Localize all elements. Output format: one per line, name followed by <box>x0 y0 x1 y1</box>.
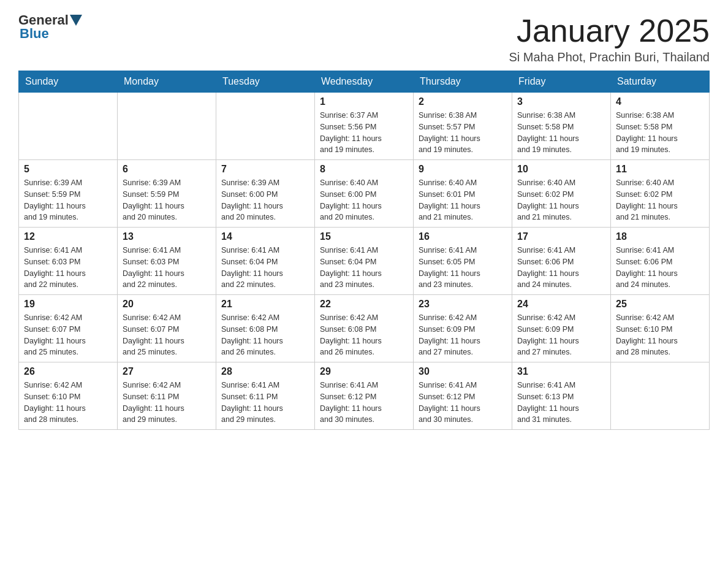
day-number: 27 <box>123 366 211 377</box>
day-number: 9 <box>419 164 507 175</box>
calendar-cell: 5Sunrise: 6:39 AMSunset: 5:59 PMDaylight… <box>19 160 118 228</box>
day-info: Sunrise: 6:40 AMSunset: 6:02 PMDaylight:… <box>517 177 605 223</box>
calendar-cell: 17Sunrise: 6:41 AMSunset: 6:06 PMDayligh… <box>512 228 611 295</box>
day-number: 19 <box>24 299 112 310</box>
logo: General Blue <box>18 12 83 42</box>
calendar-day-header-friday: Friday <box>512 71 611 93</box>
day-number: 5 <box>24 164 112 175</box>
calendar-table: SundayMondayTuesdayWednesdayThursdayFrid… <box>18 71 710 430</box>
day-info: Sunrise: 6:42 AMSunset: 6:07 PMDaylight:… <box>123 312 211 358</box>
day-info: Sunrise: 6:42 AMSunset: 6:10 PMDaylight:… <box>616 312 704 358</box>
day-info: Sunrise: 6:42 AMSunset: 6:09 PMDaylight:… <box>419 312 507 358</box>
calendar-cell: 14Sunrise: 6:41 AMSunset: 6:04 PMDayligh… <box>216 228 315 295</box>
day-number: 7 <box>221 164 309 175</box>
month-title: January 2025 <box>509 12 710 49</box>
day-number: 6 <box>123 164 211 175</box>
calendar-day-header-saturday: Saturday <box>611 71 710 93</box>
calendar-cell: 21Sunrise: 6:42 AMSunset: 6:08 PMDayligh… <box>216 295 315 362</box>
calendar-cell: 4Sunrise: 6:38 AMSunset: 5:58 PMDaylight… <box>611 93 710 160</box>
calendar-day-header-sunday: Sunday <box>19 71 118 93</box>
calendar-day-header-thursday: Thursday <box>414 71 512 93</box>
day-number: 13 <box>123 231 211 242</box>
calendar-week-row: 12Sunrise: 6:41 AMSunset: 6:03 PMDayligh… <box>19 228 710 295</box>
calendar-cell: 9Sunrise: 6:40 AMSunset: 6:01 PMDaylight… <box>414 160 512 228</box>
day-info: Sunrise: 6:40 AMSunset: 6:01 PMDaylight:… <box>419 177 507 223</box>
day-info: Sunrise: 6:41 AMSunset: 6:04 PMDaylight:… <box>320 245 408 291</box>
day-number: 31 <box>517 366 605 377</box>
day-info: Sunrise: 6:41 AMSunset: 6:13 PMDaylight:… <box>517 380 605 426</box>
calendar-cell: 8Sunrise: 6:40 AMSunset: 6:00 PMDaylight… <box>315 160 414 228</box>
page-header: General Blue January 2025 Si Maha Phot, … <box>18 12 710 64</box>
day-info: Sunrise: 6:41 AMSunset: 6:05 PMDaylight:… <box>419 245 507 291</box>
calendar-cell <box>611 362 710 430</box>
calendar-day-header-tuesday: Tuesday <box>216 71 315 93</box>
day-info: Sunrise: 6:40 AMSunset: 6:00 PMDaylight:… <box>320 177 408 223</box>
calendar-week-row: 5Sunrise: 6:39 AMSunset: 5:59 PMDaylight… <box>19 160 710 228</box>
day-number: 18 <box>616 231 704 242</box>
calendar-cell: 27Sunrise: 6:42 AMSunset: 6:11 PMDayligh… <box>118 362 216 430</box>
day-info: Sunrise: 6:40 AMSunset: 6:02 PMDaylight:… <box>616 177 704 223</box>
day-number: 23 <box>419 299 507 310</box>
day-info: Sunrise: 6:42 AMSunset: 6:08 PMDaylight:… <box>221 312 309 358</box>
day-number: 10 <box>517 164 605 175</box>
calendar-cell: 10Sunrise: 6:40 AMSunset: 6:02 PMDayligh… <box>512 160 611 228</box>
calendar-cell: 31Sunrise: 6:41 AMSunset: 6:13 PMDayligh… <box>512 362 611 430</box>
day-number: 4 <box>616 96 704 107</box>
day-info: Sunrise: 6:41 AMSunset: 6:11 PMDaylight:… <box>221 380 309 426</box>
day-number: 11 <box>616 164 704 175</box>
day-info: Sunrise: 6:39 AMSunset: 5:59 PMDaylight:… <box>24 177 112 223</box>
calendar-cell: 25Sunrise: 6:42 AMSunset: 6:10 PMDayligh… <box>611 295 710 362</box>
day-info: Sunrise: 6:42 AMSunset: 6:10 PMDaylight:… <box>24 380 112 426</box>
day-info: Sunrise: 6:41 AMSunset: 6:03 PMDaylight:… <box>24 245 112 291</box>
calendar-cell: 15Sunrise: 6:41 AMSunset: 6:04 PMDayligh… <box>315 228 414 295</box>
day-number: 26 <box>24 366 112 377</box>
day-info: Sunrise: 6:41 AMSunset: 6:12 PMDaylight:… <box>320 380 408 426</box>
calendar-cell <box>216 93 315 160</box>
calendar-week-row: 26Sunrise: 6:42 AMSunset: 6:10 PMDayligh… <box>19 362 710 430</box>
calendar-cell: 19Sunrise: 6:42 AMSunset: 6:07 PMDayligh… <box>19 295 118 362</box>
calendar-cell: 18Sunrise: 6:41 AMSunset: 6:06 PMDayligh… <box>611 228 710 295</box>
day-info: Sunrise: 6:41 AMSunset: 6:06 PMDaylight:… <box>517 245 605 291</box>
logo-triangle-icon <box>70 15 82 26</box>
day-number: 28 <box>221 366 309 377</box>
calendar-cell: 26Sunrise: 6:42 AMSunset: 6:10 PMDayligh… <box>19 362 118 430</box>
day-info: Sunrise: 6:38 AMSunset: 5:57 PMDaylight:… <box>419 110 507 156</box>
calendar-cell <box>118 93 216 160</box>
day-number: 2 <box>419 96 507 107</box>
day-number: 21 <box>221 299 309 310</box>
calendar-cell: 22Sunrise: 6:42 AMSunset: 6:08 PMDayligh… <box>315 295 414 362</box>
day-info: Sunrise: 6:41 AMSunset: 6:03 PMDaylight:… <box>123 245 211 291</box>
day-number: 29 <box>320 366 408 377</box>
day-number: 3 <box>517 96 605 107</box>
day-number: 30 <box>419 366 507 377</box>
day-info: Sunrise: 6:41 AMSunset: 6:12 PMDaylight:… <box>419 380 507 426</box>
day-number: 12 <box>24 231 112 242</box>
day-info: Sunrise: 6:42 AMSunset: 6:07 PMDaylight:… <box>24 312 112 358</box>
calendar-cell: 1Sunrise: 6:37 AMSunset: 5:56 PMDaylight… <box>315 93 414 160</box>
calendar-day-header-wednesday: Wednesday <box>315 71 414 93</box>
logo-blue-text: Blue <box>20 26 49 42</box>
day-info: Sunrise: 6:42 AMSunset: 6:11 PMDaylight:… <box>123 380 211 426</box>
day-number: 15 <box>320 231 408 242</box>
calendar-cell: 6Sunrise: 6:39 AMSunset: 5:59 PMDaylight… <box>118 160 216 228</box>
day-number: 17 <box>517 231 605 242</box>
day-info: Sunrise: 6:38 AMSunset: 5:58 PMDaylight:… <box>616 110 704 156</box>
calendar-cell: 24Sunrise: 6:42 AMSunset: 6:09 PMDayligh… <box>512 295 611 362</box>
calendar-week-row: 1Sunrise: 6:37 AMSunset: 5:56 PMDaylight… <box>19 93 710 160</box>
day-info: Sunrise: 6:42 AMSunset: 6:09 PMDaylight:… <box>517 312 605 358</box>
day-info: Sunrise: 6:37 AMSunset: 5:56 PMDaylight:… <box>320 110 408 156</box>
day-number: 14 <box>221 231 309 242</box>
calendar-cell: 29Sunrise: 6:41 AMSunset: 6:12 PMDayligh… <box>315 362 414 430</box>
day-number: 24 <box>517 299 605 310</box>
calendar-cell: 2Sunrise: 6:38 AMSunset: 5:57 PMDaylight… <box>414 93 512 160</box>
day-number: 22 <box>320 299 408 310</box>
calendar-header-row: SundayMondayTuesdayWednesdayThursdayFrid… <box>19 71 710 93</box>
calendar-cell <box>19 93 118 160</box>
day-number: 1 <box>320 96 408 107</box>
calendar-cell: 7Sunrise: 6:39 AMSunset: 6:00 PMDaylight… <box>216 160 315 228</box>
calendar-cell: 30Sunrise: 6:41 AMSunset: 6:12 PMDayligh… <box>414 362 512 430</box>
day-number: 16 <box>419 231 507 242</box>
day-info: Sunrise: 6:39 AMSunset: 6:00 PMDaylight:… <box>221 177 309 223</box>
calendar-cell: 11Sunrise: 6:40 AMSunset: 6:02 PMDayligh… <box>611 160 710 228</box>
calendar-cell: 28Sunrise: 6:41 AMSunset: 6:11 PMDayligh… <box>216 362 315 430</box>
